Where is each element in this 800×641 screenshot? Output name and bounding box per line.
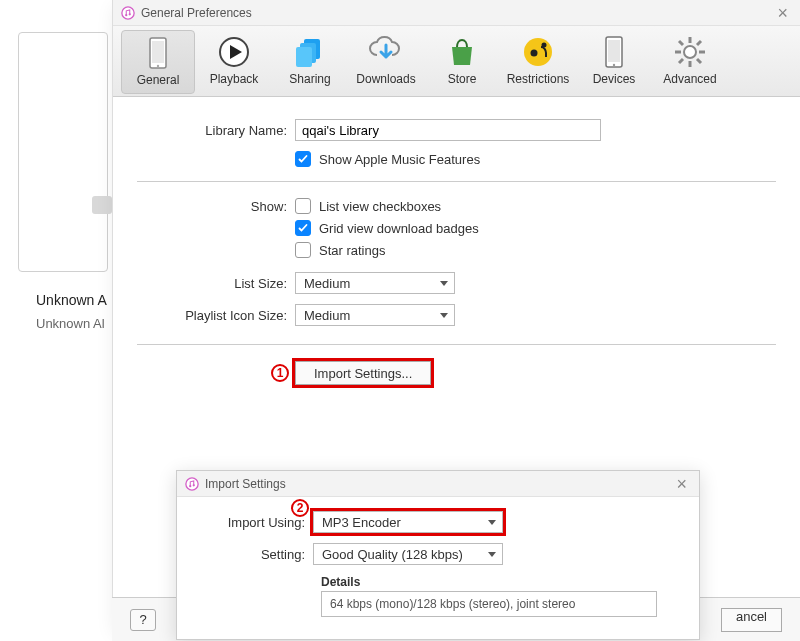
show-apple-music-checkbox[interactable] [295,151,311,167]
svg-point-0 [122,6,134,18]
help-button[interactable]: ? [130,609,156,631]
tab-downloads[interactable]: Downloads [349,30,423,94]
itunes-icon [121,6,135,20]
show-apple-music-label: Show Apple Music Features [319,152,480,167]
list-view-checkboxes-checkbox[interactable] [295,198,311,214]
svg-line-23 [697,59,701,63]
playlist-icon-size-select[interactable]: Medium [295,304,455,326]
list-size-label: List Size: [137,276,295,291]
import-titlebar: Import Settings × [177,471,699,497]
grid-view-badges-label: Grid view download badges [319,221,479,236]
svg-point-11 [524,38,552,66]
playlist-icon-size-value: Medium [304,308,350,323]
svg-point-13 [542,43,547,48]
list-size-select[interactable]: Medium [295,272,455,294]
library-name-input[interactable] [295,119,601,141]
tab-label: Sharing [273,72,347,86]
svg-point-17 [684,46,696,58]
svg-rect-15 [608,40,620,62]
import-settings-button-label: Import Settings... [314,366,412,381]
album-art-placeholder [92,196,112,214]
svg-point-16 [613,64,615,66]
show-row-1: Show: List view checkboxes [137,198,776,214]
sharing-icon [273,34,347,70]
details-label: Details [197,575,679,589]
tab-sharing[interactable]: Sharing [273,30,347,94]
album-card [18,32,108,272]
import-window-title: Import Settings [205,477,286,491]
svg-point-12 [531,50,538,57]
library-name-row: Library Name: [137,119,776,141]
import-using-row: 2 Import Using: MP3 Encoder [197,511,679,533]
store-icon [425,34,499,70]
playlist-icon-size-row: Playlist Icon Size: Medium [137,304,776,326]
play-icon [197,34,271,70]
svg-point-26 [186,477,198,489]
artist-name: Unknown A [36,292,107,308]
svg-point-28 [193,484,195,486]
tab-playback[interactable]: Playback [197,30,271,94]
library-name-label: Library Name: [137,123,295,138]
svg-point-27 [189,485,191,487]
close-icon[interactable]: × [672,475,691,493]
import-using-value: MP3 Encoder [322,515,401,530]
import-settings-row: 1 Import Settings... [137,361,776,385]
svg-point-2 [129,13,131,15]
setting-value: Good Quality (128 kbps) [322,547,463,562]
show-label: Show: [137,199,295,214]
tab-advanced[interactable]: Advanced [653,30,727,94]
tab-general[interactable]: General [121,30,195,94]
tab-label: Store [425,72,499,86]
import-settings-button[interactable]: Import Settings... [295,361,431,385]
annotation-marker-1: 1 [271,364,289,382]
preferences-toolbar: General Playback Sharing Downloads [113,26,800,97]
tab-label: Devices [577,72,651,86]
svg-line-22 [679,41,683,45]
tab-devices[interactable]: Devices [577,30,651,94]
import-body: 2 Import Using: MP3 Encoder Setting: Goo… [177,497,699,617]
annotation-marker-2: 2 [291,499,309,517]
setting-select[interactable]: Good Quality (128 kbps) [313,543,503,565]
import-using-select[interactable]: MP3 Encoder [313,511,503,533]
list-size-value: Medium [304,276,350,291]
details-text: 64 kbps (mono)/128 kbps (stereo), joint … [330,597,575,611]
divider [137,344,776,345]
phone-icon [122,35,194,71]
grid-view-badges-checkbox[interactable] [295,220,311,236]
cancel-button[interactable]: ancel [721,608,782,632]
show-row-3: Star ratings [137,242,776,258]
titlebar: General Preferences × [113,0,800,26]
details-box: 64 kbps (mono)/128 kbps (stereo), joint … [321,591,657,617]
svg-rect-4 [152,41,164,63]
svg-point-1 [125,14,127,16]
tab-label: Downloads [349,72,423,86]
setting-label: Setting: [197,547,313,562]
import-settings-window: Import Settings × 2 Import Using: MP3 En… [176,470,700,640]
tab-label: Advanced [653,72,727,86]
import-using-label: 2 Import Using: [197,515,313,530]
list-size-row: List Size: Medium [137,272,776,294]
svg-line-24 [697,41,701,45]
gear-icon [653,34,727,70]
svg-line-25 [679,59,683,63]
svg-point-5 [157,65,159,67]
tab-label: Playback [197,72,271,86]
list-view-checkboxes-label: List view checkboxes [319,199,441,214]
close-icon[interactable]: × [773,4,792,22]
tab-label: Restrictions [501,72,575,86]
setting-row: Setting: Good Quality (128 kbps) [197,543,679,565]
show-row-2: Grid view download badges [137,220,776,236]
star-ratings-checkbox[interactable] [295,242,311,258]
itunes-icon [185,477,199,491]
tab-store[interactable]: Store [425,30,499,94]
restrictions-icon [501,34,575,70]
tab-label: General [122,73,194,87]
playlist-icon-size-label: Playlist Icon Size: [137,308,295,323]
devices-icon [577,34,651,70]
tab-restrictions[interactable]: Restrictions [501,30,575,94]
download-cloud-icon [349,34,423,70]
svg-rect-10 [296,47,312,67]
apple-music-row: Show Apple Music Features [137,151,776,167]
star-ratings-label: Star ratings [319,243,385,258]
divider [137,181,776,182]
